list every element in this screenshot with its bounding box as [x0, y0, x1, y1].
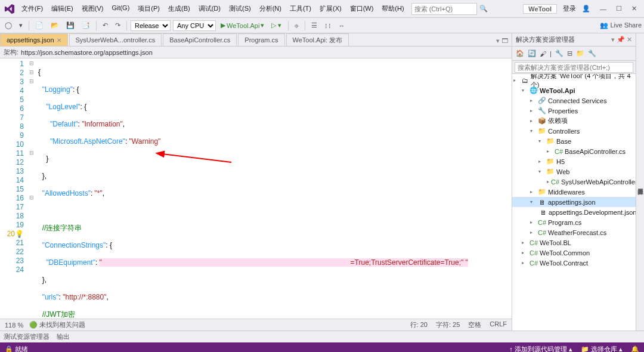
tree-common[interactable]: ▸C#WeTool.Common [512, 248, 636, 258]
menu-edit[interactable]: 编辑(E) [48, 3, 77, 14]
sync-icon[interactable]: 🔄 [527, 50, 537, 57]
menu-window[interactable]: 窗口(W) [346, 3, 377, 14]
tab-publish[interactable]: WeTool.Api: 发布 [286, 33, 349, 46]
solution-toolbar[interactable]: 🏠🔄🖌|🔧⊟📁🔧 [512, 47, 636, 61]
tab-appsettings[interactable]: appsettings.json✕ [0, 33, 68, 46]
code-editor[interactable]: 1234567891011121314151617181920💡21222324… [0, 58, 512, 319]
showall-icon[interactable]: 📁 [575, 50, 586, 57]
nav-back-button[interactable]: ◯ [2, 21, 14, 29]
user-icon[interactable]: 👤 [582, 5, 590, 13]
tab-baseapi[interactable]: BaseApiController.cs [163, 33, 237, 46]
misc-btn-1[interactable]: ⎆ [292, 22, 301, 29]
tab-test-explorer[interactable]: 测试资源管理器 [4, 332, 49, 341]
editor-status-bar: 118 % 🟢 未找到相关问题 行: 20 字符: 25 空格 CRLF [0, 319, 512, 331]
maximize-button[interactable]: ☐ [612, 2, 626, 15]
redo-button[interactable]: ↷ [113, 21, 123, 29]
start-button[interactable]: ▶ WeTool.Api ▾ [218, 21, 267, 29]
wrench-icon[interactable]: 🔧 [554, 50, 565, 57]
schema-label: 架构: [4, 48, 18, 57]
line-gutter: 1234567891011121314151617181920💡21222324 [0, 58, 27, 319]
close-button[interactable]: ✕ [628, 2, 640, 15]
tree-bl[interactable]: ▸C#WeTool.BL [512, 237, 636, 248]
toolbar: ◯ ▾ 📄 📂 💾 📑 ↶ ↷ Release Any CPU ▶ WeTool… [0, 18, 644, 33]
solution-search[interactable] [515, 62, 633, 73]
config-select[interactable]: Release [131, 20, 171, 31]
tree-program[interactable]: ▸C#Program.cs [512, 217, 636, 227]
vs-logo-icon [4, 3, 16, 15]
menu-extensions[interactable]: 扩展(X) [316, 3, 345, 14]
schema-url[interactable]: https://json.schemastore.org/appsettings… [21, 49, 153, 56]
tool-window-tabs[interactable]: 测试资源管理器 输出 [0, 331, 644, 342]
collapsed-server-tab[interactable]: 服务器资源 [636, 33, 644, 331]
tree-properties[interactable]: ▸🔧Properties [512, 106, 636, 116]
misc-btn-4[interactable]: ↔ [336, 22, 348, 29]
tree-web[interactable]: ▾📁Web [512, 166, 636, 177]
quick-search[interactable] [411, 3, 477, 15]
fold-column[interactable]: ⊟⊟⊟⊟⊟ [27, 58, 36, 319]
collapse-icon[interactable]: ⊟ [566, 50, 574, 57]
menu-analyze[interactable]: 分析(N) [256, 3, 285, 14]
menu-file[interactable]: 文件(F) [18, 3, 47, 14]
save-button[interactable]: 💾 [64, 21, 77, 29]
misc-btn-2[interactable]: ☰ [309, 21, 320, 29]
status-repo[interactable]: 📁 选择仓库 ▴ [581, 345, 623, 353]
menu-test[interactable]: 测试(S) [225, 3, 255, 14]
tree-appdev[interactable]: 🗎appsettings.Development.json [512, 207, 636, 217]
menu-debug[interactable]: 调试(D) [195, 3, 224, 14]
login-link[interactable]: 登录 [563, 4, 576, 13]
close-icon[interactable]: ✕ [57, 37, 61, 44]
tree-h5[interactable]: ▸📁H5 [512, 156, 636, 166]
tree-middlewares[interactable]: ▸📁Middlewares [512, 187, 636, 197]
tree-base[interactable]: ▾📁Base [512, 136, 636, 146]
nav-fwd-button[interactable]: ▾ [17, 21, 25, 29]
minimize-button[interactable]: — [596, 3, 610, 15]
code-body[interactable]: { "Logging": { "LogLevel": { "Default": … [36, 58, 512, 319]
tree-connected[interactable]: ▸🔗Connected Services [512, 95, 636, 106]
search-icon[interactable]: 🔍 [479, 5, 488, 13]
platform-select[interactable]: Any CPU [173, 20, 216, 31]
no-issues: 🟢 未找到相关问题 [29, 320, 85, 329]
status-bell-icon[interactable]: 🔔 [631, 345, 639, 353]
tree-controllers[interactable]: ▾📁Controllers [512, 126, 636, 136]
open-button[interactable]: 📂 [48, 21, 61, 29]
tree-baseapi[interactable]: ▸C#BaseApiController.cs [512, 146, 636, 156]
tree-deps[interactable]: ▸📦依赖项 [512, 116, 636, 126]
status-source-control[interactable]: ↑ 添加到源代码管理 ▴ [509, 345, 572, 353]
start-wod-button[interactable]: ▷ ▾ [269, 21, 284, 29]
tree-weather[interactable]: ▸C#WeatherForecast.cs [512, 227, 636, 237]
tree-contract[interactable]: ▸C#WeTool.Contract [512, 258, 636, 268]
tree-solution[interactable]: ▸🗂解决方案 'WeTool' (4 个项目，共 4 个) [512, 75, 636, 85]
editor-tabs: appsettings.json✕ SysUserWebA...ontrolle… [0, 33, 512, 47]
liveshare-button[interactable]: 👥 Live Share [600, 21, 642, 29]
tab-program[interactable]: Program.cs [238, 33, 284, 46]
menu-project[interactable]: 项目(P) [134, 3, 163, 14]
title-bar: 文件(F) 编辑(E) 视图(V) Git(G) 项目(P) 生成(B) 调试(… [0, 0, 644, 18]
tree-sysuser[interactable]: ▸C#SysUserWebApiController.cs [512, 177, 636, 187]
brush-icon[interactable]: 🖌 [538, 50, 547, 57]
solution-name: WeTool [523, 4, 557, 14]
status-bar: 🔒 就绪 ↑ 添加到源代码管理 ▴ 📁 选择仓库 ▴ 🔔 [0, 342, 644, 352]
panel-pin-icon[interactable]: ▾ 📌 ✕ [611, 36, 632, 44]
undo-button[interactable]: ↶ [100, 21, 110, 29]
new-file-button[interactable]: 📄 [33, 21, 46, 29]
search-input[interactable] [414, 5, 474, 13]
menu-build[interactable]: 生成(B) [165, 3, 194, 14]
menu-view[interactable]: 视图(V) [78, 3, 107, 14]
tree-appsettings[interactable]: ▾🗎appsettings.json [512, 197, 636, 207]
misc-btn-3[interactable]: ⫶⫶ [322, 22, 334, 29]
tab-sysuser[interactable]: SysUserWebA...ontroller.cs [69, 33, 162, 46]
schema-bar: 架构: https://json.schemastore.org/appsett… [0, 47, 512, 58]
props-icon[interactable]: 🔧 [587, 50, 597, 57]
solution-explorer: 解决方案资源管理器▾ 📌 ✕ 🏠🔄🖌|🔧⊟📁🔧 ▸🗂解决方案 'WeTool' … [512, 33, 636, 331]
solution-tree[interactable]: ▸🗂解决方案 'WeTool' (4 个项目，共 4 个) ▾🌐WeTool.A… [512, 74, 636, 331]
save-all-button[interactable]: 📑 [79, 21, 92, 29]
tab-output[interactable]: 输出 [57, 332, 70, 341]
menu-git[interactable]: Git(G) [108, 3, 133, 14]
main-menu[interactable]: 文件(F) 编辑(E) 视图(V) Git(G) 项目(P) 生成(B) 调试(… [18, 3, 408, 14]
status-ready: 🔒 就绪 [5, 345, 28, 353]
menu-help[interactable]: 帮助(H) [378, 3, 407, 14]
home-icon[interactable]: 🏠 [515, 50, 525, 57]
menu-tools[interactable]: 工具(T) [286, 3, 315, 14]
zoom-level[interactable]: 118 % [5, 322, 23, 329]
tab-overflow-icon[interactable]: ▾ 🗖 [493, 36, 512, 46]
